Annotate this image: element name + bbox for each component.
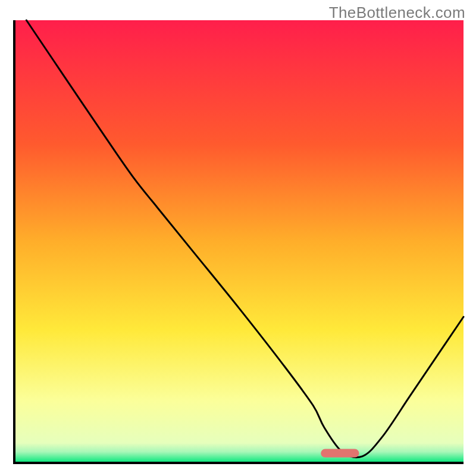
chart-root: TheBottleneck.com [0, 0, 476, 476]
plot-background [14, 20, 464, 463]
optimal-marker [321, 449, 359, 458]
bottleneck-chart [0, 0, 476, 476]
watermark-label: TheBottleneck.com [329, 4, 465, 22]
